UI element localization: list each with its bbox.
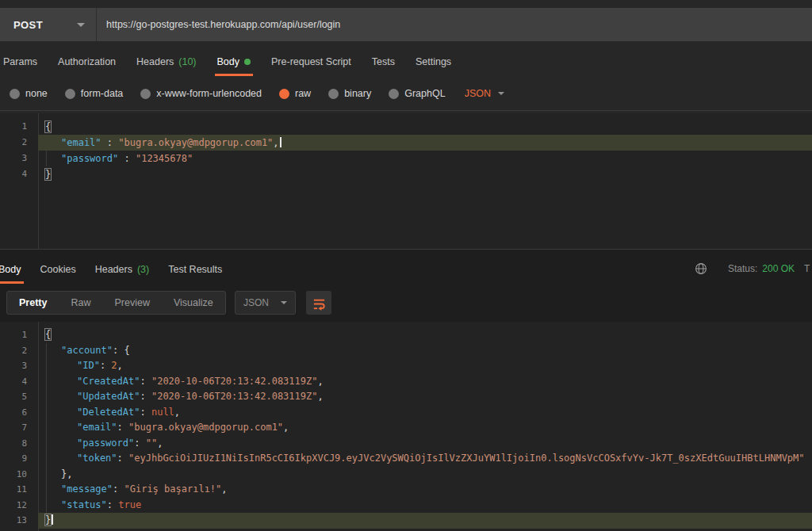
code-text: "password" : "12345678" <box>38 151 812 166</box>
code-token: null <box>151 407 174 418</box>
code-token: "email" <box>61 137 102 148</box>
code-token: true <box>118 499 141 510</box>
caret-down-icon <box>77 23 85 27</box>
line-number: 13 <box>0 513 38 529</box>
code-token: 2 <box>111 360 117 371</box>
code-line-12[interactable]: 12"status": true <box>0 498 812 514</box>
code-token: "ID" <box>77 360 100 371</box>
request-tab-tests[interactable]: Tests <box>372 48 395 76</box>
code-token: "account" <box>61 345 113 356</box>
response-tab-headers[interactable]: Headers(3) <box>95 255 150 284</box>
url-input[interactable]: https://go-postgres-test.herokuapp.com/a… <box>97 19 340 30</box>
code-token: "eyJhbGciOiJIUzI1NiIsInR5cCI6IkpXVCJ9.ey… <box>128 453 805 464</box>
code-line-7[interactable]: 7"email": "bugra.okyay@mdpgorup.com1", <box>0 420 812 436</box>
request-body-editor[interactable]: 1{2"email" : "bugra.okyay@mdpgorup.com1"… <box>0 113 812 249</box>
response-tab-test-results[interactable]: Test Results <box>168 255 222 284</box>
request-tab-headers[interactable]: Headers(10) <box>136 48 196 76</box>
body-mode-none[interactable]: none <box>10 88 48 99</box>
response-tab-label: Cookies <box>40 264 76 275</box>
code-line-2[interactable]: 2"account": { <box>0 343 812 359</box>
request-tab-pre-request-script[interactable]: Pre-request Script <box>271 48 351 76</box>
code-line-5[interactable]: 5"UpdatedAt": "2020-10-06T20:13:42.08311… <box>0 389 812 405</box>
code-line-1[interactable]: 1{ <box>0 119 812 135</box>
body-mode-form-data[interactable]: form-data <box>65 88 124 99</box>
request-tab-settings[interactable]: Settings <box>416 48 451 76</box>
body-mode-graphql[interactable]: GraphQL <box>389 88 445 99</box>
code-token: "2020-10-06T20:13:42.083119Z" <box>151 391 318 402</box>
code-token: , <box>174 407 180 418</box>
request-url-bar: POST https://go-postgres-test.herokuapp.… <box>0 8 812 41</box>
body-mode-label: GraphQL <box>404 88 445 99</box>
request-language-label: JSON <box>465 88 491 99</box>
response-tab-body[interactable]: Body <box>0 255 21 284</box>
code-text: "status": true <box>38 498 812 514</box>
view-tab-visualize[interactable]: Visualize <box>162 292 225 314</box>
request-tab-authorization[interactable]: Authorization <box>58 48 116 76</box>
code-line-9[interactable]: 9"token": "eyJhbGciOiJIUzI1NiIsInR5cCI6I… <box>0 451 812 467</box>
response-language-select[interactable]: JSON <box>235 291 296 315</box>
body-mode-x-www-form-urlencoded[interactable]: x-www-form-urlencoded <box>140 88 262 99</box>
radio-icon <box>10 89 20 99</box>
code-text: "ID": 2, <box>38 358 812 374</box>
request-tab-params[interactable]: Params <box>3 48 37 76</box>
response-panel: BodyCookiesHeaders(3)Test Results Status… <box>0 249 812 531</box>
request-tab-label: Pre-request Script <box>271 56 351 67</box>
code-token: "CreatedAt" <box>77 376 140 387</box>
line-number: 3 <box>0 358 38 374</box>
code-text: } <box>38 513 812 529</box>
body-mode-label: form-data <box>81 88 124 99</box>
code-line-4[interactable]: 4} <box>0 166 812 182</box>
code-token: "UpdatedAt" <box>77 391 140 402</box>
code-text: "UpdatedAt": "2020-10-06T20:13:42.083119… <box>38 389 812 405</box>
code-line-10[interactable]: 10}, <box>0 467 812 483</box>
code-token: , <box>157 437 163 449</box>
code-line-1[interactable]: 1{ <box>0 327 812 343</box>
code-line-11[interactable]: 11"message": "Giriş başarılı!", <box>0 482 812 498</box>
code-text: "CreatedAt": "2020-10-06T20:13:42.083119… <box>38 374 812 390</box>
code-token: "bugra.okyay@mdpgorup.com1" <box>118 137 273 148</box>
response-status-cluster: Status: 200 OK T <box>695 262 810 275</box>
code-line-8[interactable]: 8"password": "", <box>0 436 812 452</box>
body-mode-label: raw <box>295 88 311 99</box>
request-tab-body[interactable]: Body <box>217 48 251 76</box>
radio-icon <box>389 89 399 99</box>
code-text: "token": "eyJhbGciOiJIUzI1NiIsInR5cCI6Ik… <box>38 451 812 467</box>
bracket-match: { <box>45 329 51 340</box>
code-line-3[interactable]: 3"ID": 2, <box>0 358 812 374</box>
view-tab-preview[interactable]: Preview <box>102 292 161 314</box>
line-number: 1 <box>0 327 38 343</box>
code-token: "" <box>146 437 157 449</box>
response-body-editor[interactable]: 1{2"account": {3"ID": 2,4"CreatedAt": "2… <box>0 322 812 531</box>
status-label: Status: <box>728 263 757 274</box>
method-select[interactable]: POST <box>0 8 97 41</box>
caret-down-icon <box>281 301 287 304</box>
bracket-match: } <box>45 514 51 525</box>
request-language-select[interactable]: JSON <box>465 88 504 99</box>
body-mode-raw[interactable]: raw <box>279 88 311 99</box>
view-tab-raw[interactable]: Raw <box>59 292 102 314</box>
radio-icon <box>328 89 339 99</box>
tab-count-badge: (10) <box>178 56 196 67</box>
body-mode-binary[interactable]: binary <box>328 88 371 99</box>
request-tab-label: Headers <box>136 56 174 67</box>
code-line-3[interactable]: 3"password" : "12345678" <box>0 151 812 166</box>
code-token: , <box>317 376 323 387</box>
code-line-2[interactable]: 2"email" : "bugra.okyay@mdpgorup.com1", <box>0 135 812 151</box>
code-token: , <box>273 137 278 148</box>
code-line-4[interactable]: 4"CreatedAt": "2020-10-06T20:13:42.08311… <box>0 374 812 390</box>
code-token: { <box>124 345 129 356</box>
code-token: : <box>107 499 118 510</box>
request-tab-label: Authorization <box>58 56 116 67</box>
wrap-text-button[interactable] <box>306 291 331 315</box>
code-text: "account": { <box>38 343 812 359</box>
code-line-6[interactable]: 6"DeletedAt": null, <box>0 405 812 421</box>
code-token: , <box>117 360 123 371</box>
code-text: { <box>38 119 812 135</box>
line-number: 2 <box>0 343 38 359</box>
code-text: "email" : "bugra.okyay@mdpgorup.com1", <box>38 135 812 151</box>
code-token: "token" <box>77 453 117 464</box>
view-tab-pretty[interactable]: Pretty <box>7 292 59 314</box>
response-tab-cookies[interactable]: Cookies <box>40 255 76 284</box>
code-line-13[interactable]: 13} <box>0 513 812 529</box>
text-cursor <box>52 514 53 525</box>
